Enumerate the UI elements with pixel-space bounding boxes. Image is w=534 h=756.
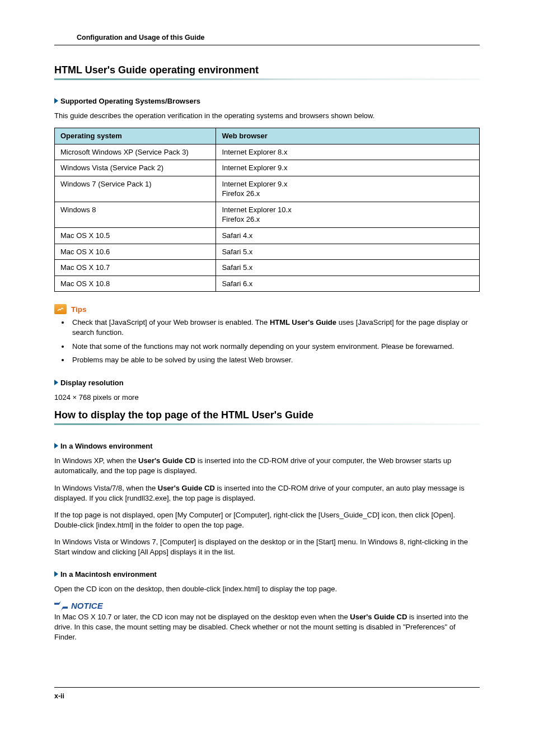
intro-paragraph: This guide describes the operation verif… [54,111,480,121]
triangle-icon [54,380,58,385]
subheading-text: Supported Operating Systems/Browsers [60,97,200,105]
table-row: Microsoft Windows XP (Service Pack 3)Int… [55,144,480,160]
windows-paragraph-4: In Windows Vista or Windows 7, [Computer… [54,537,480,557]
table-row: Mac OS X 10.8Safari 6.x [55,276,480,292]
compatibility-table: Operating system Web browser Microsoft W… [54,128,480,292]
section-rule [54,423,480,425]
cell-os: Mac OS X 10.6 [55,244,216,260]
svg-marker-0 [54,601,61,605]
table-row: Windows 8Internet Explorer 10.x Firefox … [55,202,480,227]
section-heading-display-top-page: How to display the top page of the HTML … [54,409,480,421]
windows-paragraph-1: In Windows XP, when the User's Guide CD … [54,456,480,476]
subheading-text: In a Windows environment [60,442,153,450]
triangle-icon [54,443,58,449]
cell-os: Mac OS X 10.5 [55,228,216,244]
windows-paragraph-3: If the top page is not displayed, open [… [54,510,480,530]
tips-block: Tips Check that [JavaScript] of your Web… [54,304,480,365]
cell-browser: Internet Explorer 9.x [216,160,480,176]
subheading-text: Display resolution [60,379,124,387]
subheading-supported-os-browsers: Supported Operating Systems/Browsers [54,97,480,105]
svg-marker-1 [61,607,68,611]
windows-paragraph-2: In Windows Vista/7/8, when the User's Gu… [54,483,480,503]
display-resolution-body: 1024 × 768 pixels or more [54,393,480,403]
table-row: Windows 7 (Service Pack 1)Internet Explo… [55,176,480,202]
cell-os: Mac OS X 10.7 [55,260,216,276]
notice-heading: NOTICE [54,601,480,611]
list-item: Check that [JavaScript] of your Web brow… [70,318,480,338]
cell-browser: Safari 5.x [216,260,480,276]
subheading-text: In a Macintosh environment [60,570,157,578]
mac-paragraph-1: Open the CD icon on the desktop, then do… [54,584,480,594]
cell-browser: Safari 5.x [216,244,480,260]
cell-browser: Internet Explorer 9.x Firefox 26.x [216,176,480,202]
notice-label: NOTICE [71,601,103,610]
tips-list: Check that [JavaScript] of your Web brow… [65,318,480,365]
tips-icon [54,304,67,314]
notice-body: In Mac OS X 10.7 or later, the CD icon m… [54,612,480,643]
table-header-os: Operating system [55,128,216,144]
cell-os: Microsoft Windows XP (Service Pack 3) [55,144,216,160]
list-item: Problems may be able to be solved by usi… [70,355,480,365]
cell-browser: Internet Explorer 10.x Firefox 26.x [216,202,480,227]
cell-os: Windows 7 (Service Pack 1) [55,176,216,202]
subheading-windows-environment: In a Windows environment [54,442,480,450]
table-row: Mac OS X 10.5Safari 4.x [55,228,480,244]
table-row: Mac OS X 10.7Safari 5.x [55,260,480,276]
tips-label: Tips [71,305,87,314]
table-row: Windows Vista (Service Pack 2)Internet E… [55,160,480,176]
subheading-macintosh-environment: In a Macintosh environment [54,570,480,578]
section-rule [54,78,480,80]
cell-os: Windows 8 [55,202,216,227]
subheading-display-resolution: Display resolution [54,379,480,387]
running-header: Configuration and Usage of this Guide [54,34,480,45]
notice-icon [54,601,68,611]
cell-os: Mac OS X 10.8 [55,276,216,292]
triangle-icon [54,571,58,577]
table-row: Mac OS X 10.6Safari 5.x [55,244,480,260]
cell-os: Windows Vista (Service Pack 2) [55,160,216,176]
triangle-icon [54,98,58,104]
section-heading-operating-environment: HTML User's Guide operating environment [54,64,480,76]
list-item: Note that some of the functions may not … [70,342,480,352]
cell-browser: Safari 4.x [216,228,480,244]
cell-browser: Internet Explorer 8.x [216,144,480,160]
table-header-browser: Web browser [216,128,480,144]
cell-browser: Safari 6.x [216,276,480,292]
page-footer: x-ii [54,687,480,700]
